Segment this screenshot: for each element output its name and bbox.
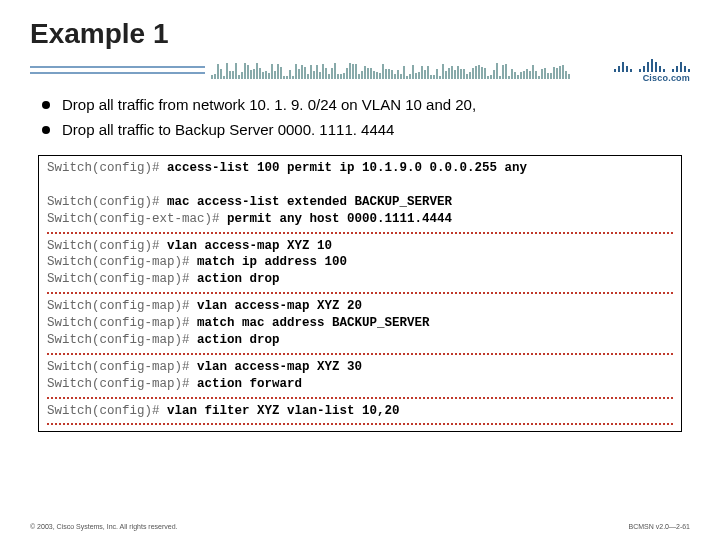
slide-title: Example 1 — [30, 18, 690, 50]
divider-bars — [30, 66, 205, 74]
bullet-list: Drop all traffic from network 10. 1. 9. … — [30, 90, 690, 151]
code-line: Switch(config-map)# action drop — [47, 332, 673, 349]
code-line: Switch(config)# mac access-list extended… — [47, 194, 673, 211]
code-line: Switch(config-map)# match ip address 100 — [47, 254, 673, 271]
code-line: Switch(config)# access-list 100 permit i… — [47, 160, 673, 177]
slide-number: BCMSN v2.0—2-61 — [629, 523, 690, 530]
bullet-item: Drop all traffic to Backup Server 0000. … — [42, 119, 678, 142]
bullet-item: Drop all traffic from network 10. 1. 9. … — [42, 94, 678, 117]
dotted-divider — [47, 292, 673, 294]
code-line: Switch(config)# vlan access-map XYZ 10 — [47, 238, 673, 255]
code-line: Switch(config-map)# match mac address BA… — [47, 315, 673, 332]
code-line: Switch(config)# vlan filter XYZ vlan-lis… — [47, 403, 673, 420]
bullet-text: Drop all traffic from network 10. 1. 9. … — [62, 94, 476, 117]
slide-footer: © 2003, Cisco Systems, Inc. All rights r… — [30, 523, 690, 530]
code-block: Switch(config)# access-list 100 permit i… — [38, 155, 682, 432]
cisco-logo: Cisco.com — [580, 58, 690, 83]
blank-line — [47, 177, 673, 194]
code-line: Switch(config-map)# action forward — [47, 376, 673, 393]
code-line: Switch(config-map)# vlan access-map XYZ … — [47, 359, 673, 376]
code-line: Switch(config-ext-mac)# permit any host … — [47, 211, 673, 228]
divider-ticks — [211, 61, 580, 79]
code-line: Switch(config-map)# vlan access-map XYZ … — [47, 298, 673, 315]
code-line: Switch(config-map)# action drop — [47, 271, 673, 288]
dotted-divider — [47, 353, 673, 355]
logo-text: Cisco.com — [643, 73, 690, 83]
bullet-text: Drop all traffic to Backup Server 0000. … — [62, 119, 394, 142]
copyright-text: © 2003, Cisco Systems, Inc. All rights r… — [30, 523, 178, 530]
bullet-icon — [42, 126, 50, 134]
slide: Example 1 Cisco.com Drop all traffic fro… — [0, 0, 720, 540]
bullet-icon — [42, 101, 50, 109]
title-divider: Cisco.com — [30, 60, 690, 80]
dotted-divider — [47, 232, 673, 234]
dotted-divider — [47, 423, 673, 425]
dotted-divider — [47, 397, 673, 399]
